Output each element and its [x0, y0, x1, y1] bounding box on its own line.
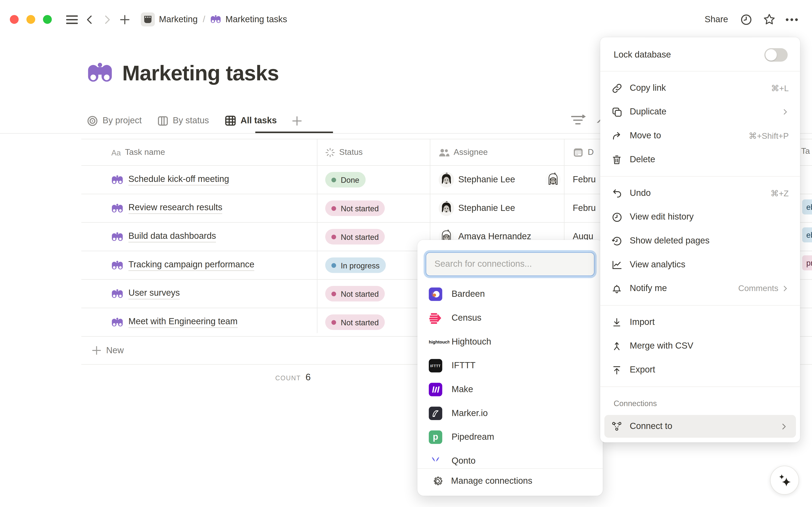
add-view-button[interactable]: [292, 116, 302, 126]
sidebar-menu-icon[interactable]: [63, 11, 81, 28]
forward-button[interactable]: [98, 11, 116, 28]
menu-item-undo[interactable]: Undo ⌘+Z: [600, 181, 800, 205]
connection-item-ifttt[interactable]: IFTTT IFTTT: [418, 354, 603, 378]
shortcut-label: ⌘+L: [771, 83, 789, 93]
avatar: [439, 201, 454, 216]
new-page-button[interactable]: [116, 11, 134, 28]
chevron-right-icon: [780, 422, 788, 430]
menu-item-duplicate[interactable]: Duplicate: [600, 100, 800, 124]
column-header-tags-fragment: Ta: [801, 147, 810, 156]
menu-group-data: Import Merge with CSV Export: [600, 310, 800, 382]
chevron-right-icon: [782, 108, 789, 115]
notify-value: Comments: [738, 284, 778, 293]
status-burst-icon: [325, 148, 335, 157]
breadcrumb-separator: /: [203, 14, 205, 24]
share-button[interactable]: Share: [700, 12, 732, 27]
menu-item-move-to[interactable]: Move to ⌘+Shift+P: [600, 124, 800, 148]
gear-icon: [432, 475, 443, 487]
duplicate-icon: [611, 106, 623, 117]
task-name-link[interactable]: Meet with Engineering team: [128, 317, 238, 328]
page-title[interactable]: Marketing tasks: [122, 62, 279, 85]
hightouch-logo-icon: hightouch: [429, 335, 449, 349]
zoom-window-button[interactable]: [43, 15, 52, 24]
connection-item-bardeen[interactable]: Bardeen: [418, 282, 603, 306]
tab-all-tasks[interactable]: All tasks: [225, 115, 277, 126]
connection-item-hightouch[interactable]: hightouch Hightouch: [418, 330, 603, 354]
pipedream-logo-icon: p: [429, 431, 442, 444]
back-button[interactable]: [81, 11, 98, 28]
menu-item-connect-to[interactable]: Connect to: [604, 415, 796, 438]
avatar: [439, 172, 454, 187]
lock-database-toggle[interactable]: [764, 48, 788, 62]
column-header-status[interactable]: Status: [317, 148, 430, 157]
status-pill[interactable]: Not started: [325, 286, 385, 301]
status-pill[interactable]: Done: [325, 172, 366, 187]
status-pill[interactable]: Not started: [325, 201, 385, 216]
close-window-button[interactable]: [10, 15, 19, 24]
tag-pill-fragment: eb: [802, 227, 812, 242]
bell-icon: [611, 283, 623, 294]
menu-item-import[interactable]: Import: [600, 310, 800, 334]
connection-item-make[interactable]: Make: [418, 378, 603, 401]
task-binoculars-icon: [112, 203, 123, 214]
menu-item-merge-with-csv[interactable]: Merge with CSV: [600, 334, 800, 358]
tab-by-status[interactable]: By status: [157, 115, 209, 126]
people-icon: [439, 148, 449, 157]
task-name-link[interactable]: Review research results: [128, 203, 222, 214]
status-pill[interactable]: In progress: [325, 258, 386, 273]
menu-item-copy-link[interactable]: Copy link ⌘+L: [600, 76, 800, 100]
board-icon: [157, 115, 168, 126]
status-pill[interactable]: Not started: [325, 229, 385, 244]
connection-item-qonto[interactable]: Qonto: [418, 449, 603, 468]
chevron-right-icon: [782, 285, 789, 292]
menu-divider: [600, 176, 800, 177]
menu-group-history: Undo ⌘+Z View edit history Show deleted …: [600, 181, 800, 300]
connections-list: Bardeen Census hightouch Hightouch IFTTT…: [418, 282, 603, 468]
connection-item-pipedream[interactable]: p Pipedream: [418, 426, 603, 449]
database-options-menu: Lock database Copy link ⌘+L Duplicate Mo…: [600, 37, 800, 442]
manage-connections-button[interactable]: Manage connections: [418, 469, 603, 493]
calendar-icon: [573, 147, 584, 158]
text-type-icon: Aa: [112, 148, 121, 157]
task-name-link[interactable]: Build data dashboards: [128, 231, 216, 242]
connection-item-census[interactable]: Census: [418, 306, 603, 330]
task-name-link[interactable]: Tracking campaign performance: [128, 260, 254, 271]
notion-ai-button[interactable]: [770, 466, 799, 495]
menu-item-view-edit-history[interactable]: View edit history: [600, 205, 800, 229]
connections-section-label: Connections: [600, 392, 800, 410]
column-header-task-name[interactable]: Aa Task name: [81, 148, 317, 157]
avatar-secondary: [545, 172, 561, 187]
census-logo-icon: [429, 312, 442, 325]
shortcut-label: ⌘+Shift+P: [749, 131, 789, 140]
page-binoculars-icon[interactable]: [87, 61, 113, 85]
task-name-link[interactable]: User surveys: [128, 288, 180, 299]
task-name-link[interactable]: Schedule kick-off meeting: [128, 174, 229, 185]
column-header-assignee[interactable]: Assignee: [430, 148, 564, 157]
marketing-page-icon: [141, 12, 155, 26]
assignee-cell[interactable]: Stephanie Lee: [430, 201, 564, 216]
updates-clock-icon[interactable]: [737, 11, 755, 28]
task-binoculars-icon: [112, 260, 123, 271]
connections-search-input[interactable]: [434, 259, 587, 270]
minimize-window-button[interactable]: [26, 15, 35, 24]
status-pill[interactable]: Not started: [325, 315, 385, 330]
menu-divider: [600, 386, 800, 387]
more-options-icon[interactable]: [783, 11, 801, 28]
tab-by-project[interactable]: By project: [87, 115, 142, 126]
menu-item-delete[interactable]: Delete: [600, 148, 800, 172]
menu-item-notify-me[interactable]: Notify me Comments: [600, 277, 800, 300]
breadcrumb-parent[interactable]: Marketing: [159, 14, 198, 24]
breadcrumb-current[interactable]: Marketing tasks: [226, 14, 287, 24]
favorite-star-icon[interactable]: [760, 11, 778, 28]
sort-icon-fragment[interactable]: [594, 116, 600, 123]
filter-icon[interactable]: [570, 113, 586, 127]
connection-item-markerio[interactable]: Marker.io: [418, 401, 603, 426]
menu-item-show-deleted-pages[interactable]: Show deleted pages: [600, 229, 800, 253]
column-divider[interactable]: [317, 139, 317, 333]
assignee-cell[interactable]: Stephanie Lee: [430, 172, 564, 187]
menu-item-view-analytics[interactable]: View analytics: [600, 253, 800, 277]
count-calculation[interactable]: COUNT 6: [81, 372, 317, 383]
lock-database-row[interactable]: Lock database: [600, 44, 800, 66]
menu-item-export[interactable]: Export: [600, 358, 800, 382]
connections-search-box[interactable]: [426, 252, 595, 276]
